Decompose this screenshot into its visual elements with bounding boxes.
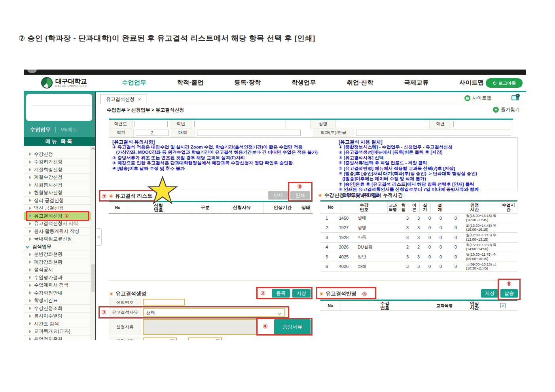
- sidebar-item[interactable]: 학생시간표: [24, 297, 91, 305]
- table-row[interactable]: 3 1928 아동 3 3 0 0 0 월(12:00~13:15) 수(12:…: [320, 233, 517, 243]
- cell-practice: 0: [424, 243, 435, 252]
- attachment-button[interactable]: 증빙서류: [274, 319, 311, 334]
- nav-item[interactable]: 학적·졸업: [177, 79, 204, 87]
- main-nav: 수업업무 학적·졸업등록·장학학생업무취업·산학국제교류사이트맵: [122, 75, 484, 91]
- student-id-input[interactable]: [194, 121, 286, 127]
- table-row[interactable]: 4 2026 DU실용 2 2 0 0 0 화(15:00~15:50) 목(1…: [320, 243, 517, 253]
- sidebar-item[interactable]: 수강신청조회: [24, 305, 91, 313]
- sidebar-collapse-handle[interactable]: <: [96, 228, 102, 246]
- send-button[interactable]: 발송: [500, 289, 518, 298]
- table-row[interactable]: 5 4025 일반 3 3 0 0 0 월(10:30~11:45) 수(09:…: [320, 252, 517, 262]
- sidebar-item[interactable]: 수업평가결과: [24, 274, 91, 282]
- period-start-input[interactable]: [143, 337, 177, 340]
- arrow-icon: [29, 337, 31, 340]
- sidebar-item[interactable]: 성적공시: [24, 266, 91, 274]
- sidebar-item[interactable]: 계절희망신청: [24, 166, 91, 174]
- tab-absence-apply[interactable]: 유고결석신청 ×: [100, 94, 146, 104]
- nav-item[interactable]: 국제교류: [404, 79, 428, 87]
- notice-left-title: [유고결석 유의사항]: [112, 139, 336, 145]
- sidebar-item[interactable]: 사회봉사신청: [24, 181, 91, 189]
- major-input[interactable]: [356, 130, 511, 136]
- period-end-input[interactable]: [188, 337, 222, 340]
- create-save-button[interactable]: 저장: [292, 289, 311, 298]
- sidebar-item-label: 사회봉사신청: [34, 182, 63, 188]
- sidebar-item[interactable]: 분반강좌현황: [24, 251, 91, 259]
- request-reason-textarea[interactable]: [143, 319, 258, 335]
- request-no-input[interactable]: [143, 299, 185, 305]
- nav-item[interactable]: 등록·장학: [234, 79, 261, 87]
- table-row[interactable]: 6 4026 과학 3 3 0 0 0 금(09:00~10:15) 금(10:…: [320, 262, 517, 272]
- table-row[interactable]: 2 1927 생명 3 3 0 0 0 화(13:30~14:45) 목(15:…: [320, 223, 517, 233]
- absence-reflect-title: 유고결석반영: [326, 290, 356, 297]
- check-all-checkbox[interactable]: ✔: [500, 303, 506, 308]
- grade-input[interactable]: [453, 121, 511, 127]
- menu-list-header: 메뉴 목록: [24, 137, 95, 146]
- cell-code: 4025: [333, 252, 354, 262]
- table-row[interactable]: 1 1450 생태 3 3 0 0 0 월(15:00~16:15) 월(16:…: [320, 213, 517, 223]
- college-input[interactable]: [197, 130, 301, 136]
- sidebar-item[interactable]: 봉사 활동계획서 작성: [24, 228, 91, 236]
- annotation-5: ⑤: [362, 291, 367, 297]
- scrollbar-up-icon[interactable]: [91, 147, 95, 151]
- sidebar-scrollbar[interactable]: [91, 146, 95, 340]
- sidebar-item[interactable]: 계절수강신청: [24, 174, 91, 182]
- name-input[interactable]: [338, 121, 427, 127]
- sidebar-item[interactable]: 백신 공결신청: [24, 205, 91, 213]
- register-button[interactable]: 등록: [272, 289, 290, 298]
- column-header: No: [109, 202, 127, 213]
- sidebar-category-search[interactable]: 검색업무: [24, 243, 91, 251]
- sidebar-item[interactable]: 교과목개요(교과): [24, 328, 91, 336]
- cell-course-name: 생태: [354, 213, 402, 223]
- sidebar-tab-mymenu[interactable]: My메뉴: [61, 126, 78, 133]
- sidebar-item-clipped[interactable]: 취업정지출결: [24, 335, 91, 340]
- notice-right: [유고결석 사용 절차] ① [종합정보시스템] - 수업업무 - 신청업무 -…: [339, 139, 516, 198]
- sidebar-item[interactable]: 생리 공결신청: [24, 197, 91, 205]
- nav-item-active[interactable]: 수업업무: [122, 79, 146, 87]
- semester-input[interactable]: 2: [136, 130, 169, 136]
- scrollbar-thumb[interactable]: [91, 264, 95, 292]
- close-all-tabs-icon[interactable]: [511, 95, 519, 100]
- sidebar-tab-work[interactable]: 수업업무: [30, 126, 51, 133]
- sidebar-menu: 수강신청 수강허가신청 계절희망신청 계절수강신청: [24, 146, 91, 340]
- nav-item[interactable]: 취업·산학: [347, 79, 373, 87]
- cell-credit: 3: [402, 223, 413, 233]
- sidebar-main-divider: [95, 92, 96, 340]
- nav-item[interactable]: 사이트맵: [459, 79, 484, 87]
- sidebar-item[interactable]: 헌혈봉사신청: [24, 189, 91, 197]
- enrollment-header: 수강신청내역 및 유고결석 누적시간: [318, 192, 403, 199]
- university-logo[interactable]: 대구대학교 DAEGU UNIVERSITY: [41, 77, 87, 89]
- sidebar-item-absence-apply[interactable]: 유고결석신청 ①: [24, 212, 91, 220]
- grade-label: 학년: [429, 120, 451, 128]
- print-button[interactable]: 인쇄: [290, 191, 310, 200]
- delete-button[interactable]: 삭제: [268, 191, 288, 200]
- nav-item[interactable]: 학생업무: [292, 79, 316, 87]
- name-label: 성명: [310, 120, 336, 128]
- reflect-save-button[interactable]: 저장: [481, 289, 498, 298]
- sidebar-item[interactable]: 수강학점안내: [24, 289, 91, 297]
- sidebar-item[interactable]: 봉사이수열람: [24, 313, 91, 320]
- arrow-icon: [29, 322, 31, 325]
- sitemap-link[interactable]: 사이트맵: [464, 95, 491, 102]
- sidebar-item[interactable]: 유고결석신청서 서식: [24, 220, 91, 228]
- reason-select[interactable]: 선택: [143, 308, 285, 317]
- tab-close-icon[interactable]: ×: [138, 97, 141, 102]
- university-emblem-icon: [41, 77, 53, 89]
- column-header: 수강 번호: [341, 301, 429, 311]
- reflect-table-header: No수강 번호교과목명인정 시간 ✔: [320, 301, 517, 311]
- reason-select-value: 선택: [146, 310, 155, 316]
- logout-button[interactable]: 로그아웃: [486, 78, 523, 88]
- sidebar-item[interactable]: 수업계획서 검색: [24, 282, 91, 290]
- cell-class-time: 화(13:30~14:45) 목(15:00~16:15): [465, 223, 517, 233]
- sidebar-item[interactable]: 수강허가신청: [24, 158, 91, 166]
- sidebar-item[interactable]: 국내학점교류신청: [24, 236, 91, 243]
- sidebar-item[interactable]: 수강신청: [24, 151, 91, 158]
- sidebar-item[interactable]: 폐강강좌현황: [24, 258, 91, 266]
- chevron-down-icon: [26, 245, 30, 249]
- favorite-button[interactable]: ★ 즐겨찾기: [493, 106, 520, 113]
- cell-class-time: 금(09:00~10:15) 금(10:30~11:45): [465, 262, 517, 271]
- sidebar-item[interactable]: 시간표 검색: [24, 320, 91, 328]
- section-divider: [109, 281, 517, 281]
- year-input[interactable]: [134, 121, 168, 127]
- cell-no: 4: [320, 243, 333, 252]
- column-header: 신청사유: [220, 202, 264, 213]
